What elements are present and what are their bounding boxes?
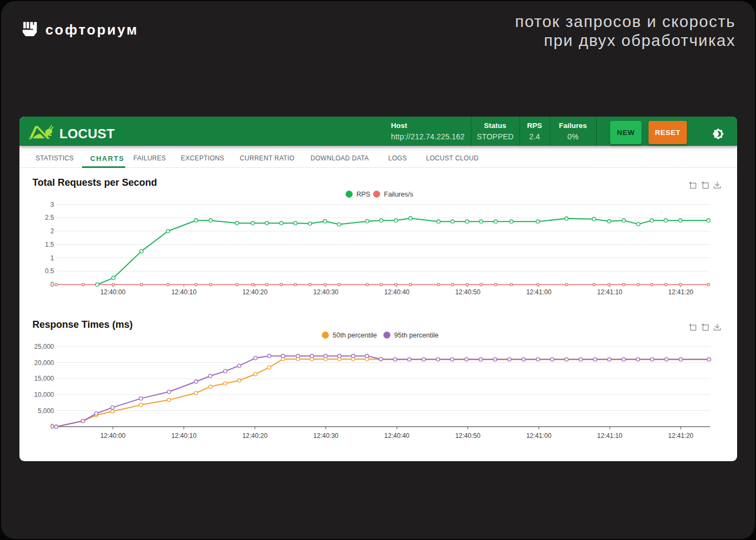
svg-text:15,000: 15,000: [34, 375, 54, 382]
svg-text:12:41:20: 12:41:20: [668, 288, 693, 296]
svg-text:12:40:10: 12:40:10: [171, 288, 197, 296]
svg-text:12:40:40: 12:40:40: [384, 288, 410, 296]
svg-text:12:41:20: 12:41:20: [668, 432, 693, 440]
svg-text:5,000: 5,000: [38, 407, 54, 415]
svg-text:12:41:00: 12:41:00: [526, 288, 551, 296]
svg-text:2.5: 2.5: [45, 214, 54, 221]
svg-text:1.5: 1.5: [45, 241, 54, 248]
svg-text:12:40:20: 12:40:20: [242, 432, 268, 440]
svg-text:10,000: 10,000: [34, 391, 54, 399]
svg-text:12:40:50: 12:40:50: [455, 432, 481, 440]
svg-text:12:40:30: 12:40:30: [313, 288, 339, 296]
svg-text:12:40:40: 12:40:40: [384, 432, 410, 440]
svg-text:12:40:20: 12:40:20: [242, 288, 268, 296]
svg-text:20,000: 20,000: [34, 359, 54, 367]
svg-text:12:40:10: 12:40:10: [171, 432, 197, 440]
svg-text:12:40:00: 12:40:00: [100, 432, 126, 440]
svg-text:25,000: 25,000: [34, 343, 54, 350]
svg-text:12:40:30: 12:40:30: [313, 432, 339, 440]
svg-text:0: 0: [50, 423, 54, 430]
svg-text:3: 3: [50, 201, 54, 208]
svg-text:0.5: 0.5: [45, 267, 54, 275]
svg-text:12:41:10: 12:41:10: [597, 288, 623, 296]
svg-text:12:41:10: 12:41:10: [597, 432, 623, 440]
svg-text:2: 2: [50, 227, 54, 235]
svg-text:1: 1: [50, 254, 54, 262]
svg-text:12:40:00: 12:40:00: [100, 288, 126, 296]
svg-text:12:40:50: 12:40:50: [455, 288, 481, 296]
svg-text:12:41:00: 12:41:00: [526, 432, 551, 440]
svg-text:0: 0: [50, 281, 54, 288]
